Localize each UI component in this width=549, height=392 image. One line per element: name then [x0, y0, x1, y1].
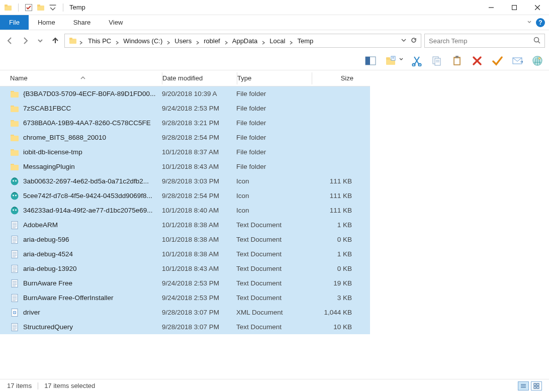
search-input[interactable]: [429, 37, 533, 45]
table-row[interactable]: StructuredQuery9/28/2018 3:07 PMText Doc…: [0, 320, 370, 334]
table-row[interactable]: 346233ad-914a-49f2-ae77-d1bc2075e69...10…: [0, 203, 370, 218]
table-row[interactable]: aria-debug-452410/1/2018 8:38 AMText Doc…: [0, 247, 370, 261]
help-icon[interactable]: ?: [536, 18, 545, 27]
breadcrumb-segment[interactable]: Local: [267, 34, 287, 47]
cell-type: Text Document: [236, 323, 311, 331]
nav-recent-dropdown[interactable]: [34, 35, 46, 47]
file-tab[interactable]: File: [0, 15, 29, 30]
view-large-icons-button[interactable]: [531, 381, 542, 390]
chevron-down-icon[interactable]: [399, 57, 403, 61]
svg-rect-15: [365, 57, 370, 65]
chevron-right-icon[interactable]: [164, 34, 172, 47]
cell-name: aria-debug-4524: [0, 250, 162, 259]
mail-icon[interactable]: [511, 54, 524, 67]
file-name-label: driver: [23, 309, 40, 316]
chevron-right-icon[interactable]: [259, 34, 267, 47]
paste-icon[interactable]: [450, 54, 464, 67]
new-folder-icon[interactable]: [384, 54, 403, 67]
rename-check-icon[interactable]: [491, 54, 504, 67]
svg-rect-94: [537, 383, 539, 385]
chevron-right-icon[interactable]: [113, 34, 121, 47]
svg-rect-11: [69, 38, 72, 40]
cell-date: 10/1/2018 8:38 AM: [162, 250, 236, 258]
maximize-button[interactable]: [503, 0, 526, 15]
tab-share[interactable]: Share: [64, 15, 100, 30]
table-row[interactable]: aria-debug-59610/1/2018 8:38 AMText Docu…: [0, 232, 370, 247]
column-name-header[interactable]: Name: [0, 74, 162, 82]
cell-date: 10/1/2018 8:40 AM: [162, 207, 236, 214]
tab-view[interactable]: View: [100, 15, 132, 30]
view-details-button[interactable]: [518, 381, 529, 390]
breadcrumb-segment[interactable]: roblef: [202, 34, 222, 47]
breadcrumb-segment[interactable]: AppData: [230, 34, 260, 47]
column-type-header[interactable]: Type: [237, 74, 312, 82]
cell-name: {B3BA7D03-5709-4ECF-B0FA-89D1FD00...: [0, 89, 162, 99]
address-bar[interactable]: This PCWindows (C:)UsersroblefAppDataLoc…: [64, 34, 421, 48]
folder-icon: [4, 4, 12, 12]
cell-type: File folder: [236, 163, 311, 170]
close-button[interactable]: [526, 0, 549, 15]
chevron-right-icon[interactable]: [194, 34, 202, 47]
svg-point-52: [15, 209, 17, 211]
cell-name: StructuredQuery: [0, 323, 162, 332]
toolbar: [0, 51, 549, 70]
cut-icon[interactable]: [410, 54, 423, 67]
folder-icon[interactable]: [37, 4, 45, 12]
chevron-right-icon[interactable]: [222, 34, 230, 47]
status-item-count: 17 items: [7, 382, 32, 389]
table-row[interactable]: BurnAware Free-OfferInstaller9/24/2018 2…: [0, 290, 370, 305]
file-name-label: 346233ad-914a-49f2-ae77-d1bc2075e69...: [23, 207, 152, 214]
txt-icon: [10, 279, 19, 288]
cell-type: Text Document: [236, 265, 311, 272]
breadcrumb-segment[interactable]: This PC: [86, 34, 113, 47]
breadcrumb-segment[interactable]: Users: [172, 34, 194, 47]
svg-point-44: [11, 177, 19, 185]
qat-dropdown-icon[interactable]: [49, 4, 57, 12]
table-row[interactable]: 6738BA0A-19B9-4AA7-8260-C578CC5FE9/28/20…: [0, 116, 370, 130]
address-dropdown-icon[interactable]: [401, 37, 407, 45]
table-row[interactable]: 7zSCAB1FBCC9/24/2018 2:53 PMFile folder: [0, 101, 370, 116]
table-row[interactable]: aria-debug-1392010/1/2018 8:43 AMText Do…: [0, 261, 370, 276]
table-row[interactable]: chrome_BITS_8688_200109/28/2018 2:54 PMF…: [0, 130, 370, 145]
separator: [63, 4, 63, 12]
file-name-label: 7zSCAB1FBCC: [23, 105, 71, 112]
cell-name: 3ab00632-2697-4e62-bd5a-0a71c2dfb2...: [0, 177, 162, 186]
table-row[interactable]: 3ab00632-2697-4e62-bd5a-0a71c2dfb2...9/2…: [0, 174, 370, 188]
ribbon-collapse-icon[interactable]: [527, 19, 532, 26]
txt-icon: [10, 323, 19, 332]
separator: [38, 382, 38, 389]
cell-date: 10/1/2018 8:43 AM: [162, 163, 236, 170]
cell-date: 9/24/2018 2:53 PM: [162, 294, 236, 302]
table-row[interactable]: 5cee742f-d7c8-4f5e-9424-0453dd9069f8...9…: [0, 188, 370, 203]
column-date-header[interactable]: Date modified: [162, 74, 237, 82]
nav-back-button[interactable]: [4, 35, 16, 47]
breadcrumb-root-icon[interactable]: [67, 34, 85, 47]
properties-check-icon[interactable]: [25, 4, 33, 12]
nav-forward-button[interactable]: [19, 35, 31, 47]
delete-icon[interactable]: [471, 54, 484, 67]
breadcrumb-segment[interactable]: Windows (C:): [121, 34, 164, 47]
shell-icon[interactable]: [531, 54, 544, 67]
table-row[interactable]: driver9/28/2018 3:07 PMXML Document1,044…: [0, 305, 370, 320]
navpane-icon[interactable]: [364, 54, 377, 67]
nav-up-button[interactable]: [49, 35, 61, 47]
table-row[interactable]: BurnAware Free9/24/2018 2:53 PMText Docu…: [0, 276, 370, 290]
table-row[interactable]: {B3BA7D03-5709-4ECF-B0FA-89D1FD00...9/20…: [0, 86, 370, 101]
table-row[interactable]: iobit-db-license-tmp10/1/2018 8:37 AMFil…: [0, 145, 370, 159]
file-list: Name Date modified Type Size {B3BA7D03-5…: [0, 70, 370, 379]
folder-icon: [10, 104, 19, 113]
breadcrumb-segment[interactable]: Temp: [295, 34, 315, 47]
table-row[interactable]: AdobeARM10/1/2018 8:38 AMText Document1 …: [0, 218, 370, 232]
search-icon[interactable]: [533, 37, 540, 45]
tab-home[interactable]: Home: [29, 15, 64, 30]
cell-name: iobit-db-license-tmp: [0, 148, 162, 157]
refresh-icon[interactable]: [411, 37, 417, 45]
minimize-button[interactable]: [480, 0, 503, 15]
cell-type: Text Document: [236, 236, 311, 243]
chevron-right-icon[interactable]: [287, 34, 295, 47]
search-box[interactable]: [424, 34, 545, 48]
column-size-header[interactable]: Size: [312, 74, 360, 82]
copy-icon[interactable]: [430, 54, 443, 67]
status-selected-count: 17 items selected: [44, 382, 95, 389]
table-row[interactable]: MessagingPlugin10/1/2018 8:43 AMFile fol…: [0, 159, 370, 174]
